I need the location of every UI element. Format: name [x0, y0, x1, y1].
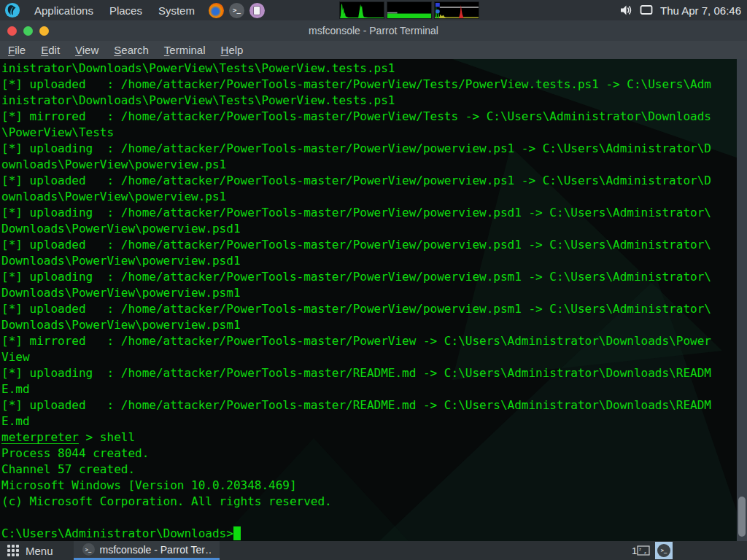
- close-button[interactable]: [7, 26, 17, 36]
- text-editor-icon[interactable]: [249, 3, 265, 18]
- terminal-cursor: [233, 526, 241, 540]
- svg-text:z: z: [639, 547, 641, 551]
- window-title: msfconsole - Parrot Terminal: [0, 20, 747, 41]
- terminal-line: [*] uploaded : /home/attacker/PowerTools…: [1, 173, 736, 189]
- taskbar-menu-button[interactable]: Menu: [26, 545, 53, 557]
- terminal-line: inistrator\Downloads\PowerView\Tests\Pow…: [1, 61, 736, 77]
- workspace-switcher[interactable]: 1 z z: [630, 544, 651, 557]
- panel-menu-places[interactable]: Places: [101, 4, 150, 17]
- display-icon[interactable]: [640, 4, 653, 16]
- terminal-line: [*] uploading : /home/attacker/PowerTool…: [1, 205, 736, 221]
- memory-graph: [387, 1, 432, 19]
- terminal-tray-icon[interactable]: >_: [655, 542, 673, 559]
- terminal-line: [*] uploaded : /home/attacker/PowerTools…: [1, 397, 736, 413]
- parrot-logo-icon[interactable]: [4, 2, 20, 18]
- terminal-line: [1, 510, 736, 526]
- task-label: msfconsole - Parrot Ter…: [100, 544, 211, 556]
- apps-grid-icon[interactable]: [7, 545, 19, 556]
- firefox-icon[interactable]: [209, 3, 224, 18]
- panel-launchers: >_: [209, 3, 265, 18]
- terminal-line: [*] mirrored : /home/attacker/PowerTools…: [1, 109, 736, 125]
- volume-icon[interactable]: [620, 4, 632, 16]
- svg-text:z: z: [644, 551, 646, 555]
- terminal-line: Process 8044 created.: [1, 446, 736, 462]
- terminal-line: [*] uploaded : /home/attacker/PowerTools…: [1, 301, 736, 317]
- terminal-line: [*] mirrored : /home/attacker/PowerTools…: [1, 333, 736, 349]
- terminal-line: \PowerView\Tests: [1, 125, 736, 141]
- terminal-line: inistrator\Downloads\PowerView\Tests\Pow…: [1, 93, 736, 109]
- system-monitor-applet[interactable]: [339, 1, 479, 19]
- terminal-line: [*] uploading : /home/attacker/PowerTool…: [1, 365, 736, 381]
- terminal-line: E.md: [1, 413, 736, 429]
- network-graph: [434, 1, 479, 19]
- panel-menu-system[interactable]: System: [150, 4, 203, 17]
- terminal-icon[interactable]: >_: [229, 3, 244, 18]
- minimize-button[interactable]: [23, 26, 33, 36]
- scrollbar-thumb[interactable]: [738, 497, 746, 537]
- terminal-line: meterpreter > shell: [1, 429, 736, 446]
- terminal-line: View: [1, 349, 736, 365]
- terminal-line: [*] uploading : /home/attacker/PowerTool…: [1, 141, 736, 157]
- svg-text:1: 1: [632, 545, 637, 556]
- menu-terminal[interactable]: Terminal: [164, 44, 206, 56]
- terminal-output[interactable]: inistrator\Downloads\PowerView\Tests\Pow…: [1, 61, 736, 541]
- menu-view[interactable]: View: [75, 44, 98, 56]
- terminal-icon: >_: [82, 543, 95, 556]
- terminal-line: Downloads\PowerView\powerview.psm1: [1, 317, 736, 333]
- top-panel: ApplicationsPlacesSystem >_: [0, 0, 747, 20]
- terminal-line: Microsoft Windows [Version 10.0.20348.46…: [1, 478, 736, 494]
- menu-edit[interactable]: Edit: [41, 44, 60, 56]
- panel-menus: ApplicationsPlacesSystem: [26, 4, 203, 17]
- terminal-scrollbar[interactable]: [737, 59, 747, 541]
- terminal-line: E.md: [1, 381, 736, 397]
- taskbar: Menu >_ msfconsole - Parrot Ter… 1 z z >…: [0, 541, 747, 560]
- panel-menu-applications[interactable]: Applications: [26, 4, 101, 17]
- cpu-graph: [339, 1, 384, 19]
- terminal-line: C:\Users\Administrator\Downloads>: [1, 526, 736, 541]
- taskbar-task-button[interactable]: >_ msfconsole - Parrot Ter…: [74, 541, 220, 560]
- terminal-menubar: FileEditViewSearchTerminalHelp: [0, 41, 747, 59]
- terminal-line: (c) Microsoft Corporation. All rights re…: [1, 494, 736, 510]
- terminal-line: [*] uploading : /home/attacker/PowerTool…: [1, 269, 736, 285]
- terminal-line: ownloads\PowerView\powerview.ps1: [1, 189, 736, 205]
- terminal-line: ownloads\PowerView\powerview.ps1: [1, 157, 736, 173]
- terminal-line: [*] uploaded : /home/attacker/PowerTools…: [1, 77, 736, 93]
- window-titlebar[interactable]: msfconsole - Parrot Terminal: [0, 20, 747, 41]
- menu-help[interactable]: Help: [221, 44, 244, 56]
- terminal-line: Downloads\PowerView\powerview.psm1: [1, 285, 736, 301]
- terminal-line: Downloads\PowerView\powerview.psd1: [1, 253, 736, 269]
- terminal-line: Downloads\PowerView\powerview.psd1: [1, 221, 736, 237]
- terminal-line: [*] uploaded : /home/attacker/PowerTools…: [1, 237, 736, 253]
- maximize-button[interactable]: [39, 26, 49, 36]
- terminal-line: Channel 57 created.: [1, 462, 736, 478]
- menu-search[interactable]: Search: [114, 44, 149, 56]
- terminal-window[interactable]: inistrator\Downloads\PowerView\Tests\Pow…: [0, 59, 747, 541]
- menu-file[interactable]: File: [8, 44, 26, 56]
- panel-clock[interactable]: Thu Apr 7, 06:46: [660, 4, 741, 17]
